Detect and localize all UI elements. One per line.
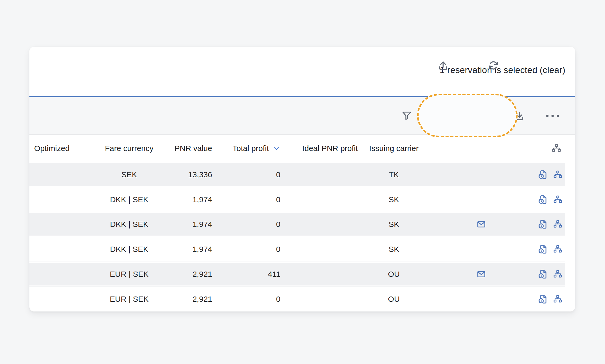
envelope-icon bbox=[476, 219, 486, 229]
email-indicator bbox=[470, 237, 493, 262]
fare-currency-cell: DKK | SEK bbox=[95, 237, 163, 262]
issuing-carrier-cell: SK bbox=[368, 212, 420, 237]
more-options-button[interactable] bbox=[546, 97, 559, 134]
fare-currency-cell: DKK | SEK bbox=[95, 212, 163, 237]
table-row[interactable]: DKK | SEK 1,974 0 SK bbox=[29, 237, 565, 262]
column-header-ideal-pnr-profit[interactable]: Ideal PNR profit bbox=[292, 135, 368, 162]
refresh-icon bbox=[487, 59, 500, 72]
pnr-value-cell: 13,336 bbox=[161, 162, 212, 187]
email-indicator[interactable] bbox=[470, 212, 493, 237]
filter-icon bbox=[401, 110, 413, 122]
history-document-icon[interactable] bbox=[537, 194, 548, 205]
reservations-panel: 1 reservation is selected (clear) bbox=[29, 47, 575, 311]
email-indicator bbox=[470, 187, 493, 212]
total-profit-cell: 0 bbox=[228, 187, 280, 212]
column-header-issuing-carrier[interactable]: Issuing carrier bbox=[368, 135, 420, 162]
table-row[interactable]: EUR | SEK 2,921 0 OU bbox=[29, 287, 565, 311]
email-indicator bbox=[470, 162, 493, 187]
refresh-button[interactable] bbox=[487, 47, 500, 84]
total-profit-cell: 0 bbox=[228, 212, 280, 237]
sitemap-icon[interactable] bbox=[553, 219, 563, 229]
row-actions bbox=[537, 162, 563, 187]
sort-chevron-down-icon bbox=[273, 144, 280, 152]
history-document-icon[interactable] bbox=[537, 169, 548, 180]
clear-selection-link[interactable]: (clear) bbox=[540, 65, 565, 75]
pnr-value-cell: 2,921 bbox=[161, 262, 212, 287]
row-actions bbox=[537, 237, 563, 262]
pnr-value-cell: 1,974 bbox=[161, 187, 212, 212]
filter-button[interactable] bbox=[400, 97, 414, 134]
total-profit-cell: 0 bbox=[228, 287, 280, 311]
issuing-carrier-cell: OU bbox=[368, 287, 420, 311]
ellipsis-icon bbox=[546, 115, 559, 117]
fare-currency-cell: DKK | SEK bbox=[95, 187, 163, 212]
envelope-icon bbox=[476, 269, 486, 279]
column-header-optimized[interactable]: Optimized bbox=[34, 135, 74, 162]
column-header-hierarchy[interactable] bbox=[550, 135, 562, 162]
column-header-fare-currency[interactable]: Fare currency bbox=[95, 135, 163, 162]
history-document-icon[interactable] bbox=[537, 269, 548, 280]
email-indicator bbox=[470, 287, 493, 311]
sitemap-icon bbox=[551, 143, 562, 154]
issuing-carrier-cell: SK bbox=[368, 187, 420, 212]
sitemap-icon[interactable] bbox=[553, 195, 563, 205]
upload-button[interactable] bbox=[436, 47, 450, 84]
table-row[interactable]: EUR | SEK 2,921 411 OU bbox=[29, 262, 565, 287]
column-header-total-profit[interactable]: Total profit bbox=[228, 135, 280, 162]
sitemap-icon[interactable] bbox=[553, 269, 563, 279]
pnr-value-cell: 1,974 bbox=[161, 237, 212, 262]
fare-currency-cell: EUR | SEK bbox=[95, 262, 163, 287]
table-row[interactable]: DKK | SEK 1,974 0 SK bbox=[29, 187, 565, 212]
table-header-row: Optimized Fare currency PNR value Total … bbox=[29, 135, 565, 162]
pnr-value-cell: 1,974 bbox=[161, 212, 212, 237]
upload-icon bbox=[437, 59, 449, 72]
total-profit-cell: 411 bbox=[228, 262, 280, 287]
row-actions bbox=[537, 187, 563, 212]
table-row[interactable]: SEK 13,336 0 TK bbox=[29, 162, 565, 187]
total-profit-cell: 0 bbox=[228, 237, 280, 262]
highlight-capsule bbox=[417, 94, 518, 137]
row-actions bbox=[537, 262, 563, 287]
issuing-carrier-cell: TK bbox=[368, 162, 420, 187]
email-indicator[interactable] bbox=[470, 262, 493, 287]
history-document-icon[interactable] bbox=[537, 294, 548, 305]
sitemap-icon[interactable] bbox=[553, 294, 563, 304]
issuing-carrier-cell: SK bbox=[368, 237, 420, 262]
selection-status: 1 reservation is selected (clear) bbox=[440, 47, 565, 93]
issuing-carrier-cell: OU bbox=[368, 262, 420, 287]
table-body: SEK 13,336 0 TK DKK | SEK 1,974 0 SK bbox=[29, 162, 565, 311]
history-document-icon[interactable] bbox=[537, 244, 548, 255]
history-document-icon[interactable] bbox=[537, 219, 548, 230]
sitemap-icon[interactable] bbox=[553, 244, 563, 254]
total-profit-cell: 0 bbox=[228, 162, 280, 187]
sitemap-icon[interactable] bbox=[553, 170, 563, 180]
row-actions bbox=[537, 212, 563, 237]
column-header-pnr-value[interactable]: PNR value bbox=[161, 135, 212, 162]
row-actions bbox=[537, 287, 563, 311]
table-row[interactable]: DKK | SEK 1,974 0 SK bbox=[29, 212, 565, 237]
pnr-value-cell: 2,921 bbox=[161, 287, 212, 311]
fare-currency-cell: SEK bbox=[95, 162, 163, 187]
fare-currency-cell: EUR | SEK bbox=[95, 287, 163, 311]
